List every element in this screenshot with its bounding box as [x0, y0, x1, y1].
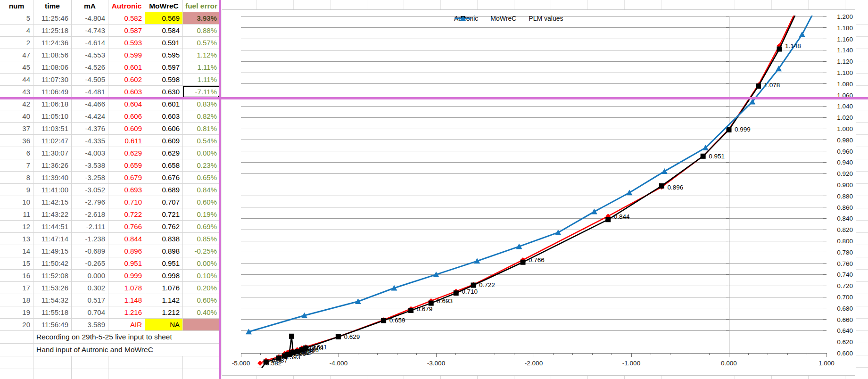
- table-cell-autronic[interactable]: 0.606: [108, 110, 145, 123]
- table-cell-mowrec[interactable]: 0.951: [145, 257, 183, 270]
- empty-cell[interactable]: [145, 356, 183, 369]
- table-cell-autronic[interactable]: 0.766: [108, 221, 145, 233]
- table-cell-time[interactable]: 11:42:15: [33, 196, 72, 208]
- table-cell-autronic[interactable]: 0.710: [108, 196, 145, 208]
- table-cell-ma[interactable]: -4.466: [72, 98, 108, 110]
- table-cell-time[interactable]: 11:02:47: [33, 135, 72, 147]
- table-cell-autronic[interactable]: 0.896: [108, 245, 145, 257]
- table-cell-fuel[interactable]: 0.85%: [183, 233, 220, 245]
- table-cell-mowrec[interactable]: 0.998: [145, 270, 183, 282]
- empty-cell[interactable]: [108, 356, 145, 369]
- table-cell-autronic[interactable]: 0.587: [108, 25, 145, 37]
- table-cell-ma[interactable]: 0.704: [72, 306, 108, 319]
- table-cell-fuel[interactable]: [183, 319, 220, 331]
- table-cell-fuel[interactable]: 0.57%: [183, 37, 220, 49]
- table-cell-autronic[interactable]: 0.593: [108, 37, 145, 49]
- table-cell-ma[interactable]: -4.804: [72, 12, 108, 25]
- table-cell-mowrec[interactable]: 0.595: [145, 49, 183, 61]
- table-cell-time[interactable]: 11:25:18: [33, 25, 72, 37]
- table-cell-mowrec[interactable]: 0.603: [145, 110, 183, 123]
- table-cell-time[interactable]: 11:06:49: [33, 86, 72, 98]
- table-cell-time[interactable]: 11:44:51: [33, 221, 72, 233]
- table-cell-ma[interactable]: 0.517: [72, 294, 108, 306]
- table-cell-num[interactable]: 37: [0, 123, 33, 135]
- table-cell-fuel[interactable]: 0.60%: [183, 294, 220, 306]
- table-cell-mowrec[interactable]: 0.629: [145, 147, 183, 159]
- table-cell-autronic[interactable]: 1.148: [108, 294, 145, 306]
- empty-cell[interactable]: [183, 369, 220, 379]
- table-cell-mowrec[interactable]: 0.838: [145, 233, 183, 245]
- legend-item-plm-values[interactable]: PLM values: [529, 15, 563, 22]
- empty-cell[interactable]: [108, 369, 145, 379]
- table-cell-num[interactable]: 43: [0, 86, 33, 98]
- table-cell-time[interactable]: 11:52:08: [33, 270, 72, 282]
- table-cell-ma[interactable]: 0.302: [72, 282, 108, 294]
- table-cell-ma[interactable]: -4.335: [72, 135, 108, 147]
- table-cell-autronic[interactable]: 0.999: [108, 270, 145, 282]
- table-cell-ma[interactable]: -4.003: [72, 147, 108, 159]
- table-cell-time[interactable]: 11:49:15: [33, 245, 72, 257]
- empty-cell[interactable]: [0, 356, 33, 369]
- table-cell-num[interactable]: 44: [0, 74, 33, 86]
- table-cell-autronic[interactable]: 0.611: [108, 135, 145, 147]
- table-cell-time[interactable]: 11:43:22: [33, 208, 72, 221]
- table-cell-autronic[interactable]: 0.599: [108, 49, 145, 61]
- data-table[interactable]: numtimemAAutronicMoWreCfuel error511:25:…: [0, 0, 220, 379]
- table-cell-time[interactable]: 11:24:36: [33, 37, 72, 49]
- empty-cell[interactable]: [183, 356, 220, 369]
- table-cell-ma[interactable]: -2.111: [72, 221, 108, 233]
- table-cell-fuel[interactable]: 0.88%: [183, 25, 220, 37]
- table-cell-num[interactable]: 12: [0, 221, 33, 233]
- table-cell-time[interactable]: 11:55:18: [33, 306, 72, 319]
- table-cell-time[interactable]: 11:56:49: [33, 319, 72, 331]
- table-cell-ma[interactable]: -4.743: [72, 25, 108, 37]
- table-cell-num[interactable]: 17: [0, 282, 33, 294]
- table-cell-autronic[interactable]: 0.659: [108, 159, 145, 172]
- table-cell-time[interactable]: 11:54:32: [33, 294, 72, 306]
- table-cell-mowrec[interactable]: 0.584: [145, 25, 183, 37]
- table-cell-mowrec[interactable]: 1.212: [145, 306, 183, 319]
- table-cell-time[interactable]: 11:03:51: [33, 123, 72, 135]
- table-cell-num[interactable]: 42: [0, 98, 33, 110]
- empty-cell[interactable]: [72, 356, 108, 369]
- table-cell-time[interactable]: 11:39:40: [33, 172, 72, 184]
- table-cell-fuel[interactable]: 0.23%: [183, 159, 220, 172]
- column-header-ma[interactable]: mA: [72, 0, 108, 12]
- table-cell-time[interactable]: 11:47:14: [33, 233, 72, 245]
- table-cell-autronic[interactable]: 1.216: [108, 306, 145, 319]
- table-cell-ma[interactable]: -4.481: [72, 86, 108, 98]
- table-cell-ma[interactable]: -4.505: [72, 74, 108, 86]
- table-cell-autronic[interactable]: 0.582: [108, 12, 145, 25]
- table-cell-num[interactable]: 15: [0, 257, 33, 270]
- table-cell-autronic[interactable]: 0.693: [108, 184, 145, 196]
- table-cell-fuel[interactable]: 0.82%: [183, 110, 220, 123]
- table-cell-mowrec[interactable]: 0.707: [145, 196, 183, 208]
- table-cell-num[interactable]: 19: [0, 306, 33, 319]
- table-cell-ma[interactable]: -4.526: [72, 61, 108, 74]
- table-cell-fuel[interactable]: 0.20%: [183, 282, 220, 294]
- table-cell-mowrec[interactable]: 0.609: [145, 135, 183, 147]
- table-cell-num[interactable]: 10: [0, 196, 33, 208]
- table-cell-mowrec[interactable]: 1.142: [145, 294, 183, 306]
- table-cell-time[interactable]: 11:08:06: [33, 61, 72, 74]
- table-cell-fuel[interactable]: 0.65%: [183, 172, 220, 184]
- table-cell-mowrec[interactable]: 0.630: [145, 86, 183, 98]
- table-cell-fuel[interactable]: 1.11%: [183, 61, 220, 74]
- table-cell-mowrec[interactable]: 0.721: [145, 208, 183, 221]
- column-header-num[interactable]: num: [0, 0, 33, 12]
- table-cell-mowrec[interactable]: 0.676: [145, 172, 183, 184]
- fuel-chart[interactable]: 1.2001.1801.1601.1401.1201.1001.0801.060…: [222, 9, 855, 376]
- table-cell-num[interactable]: 45: [0, 61, 33, 74]
- table-cell-mowrec[interactable]: 0.606: [145, 123, 183, 135]
- table-cell-fuel[interactable]: 0.10%: [183, 270, 220, 282]
- table-cell-fuel[interactable]: 0.00%: [183, 257, 220, 270]
- table-cell-ma[interactable]: -1.238: [72, 233, 108, 245]
- empty-cell[interactable]: [72, 369, 108, 379]
- chart-legend[interactable]: AutronicMoWreCPLM values: [454, 15, 563, 22]
- table-cell-num[interactable]: 16: [0, 270, 33, 282]
- table-cell-fuel[interactable]: 0.84%: [183, 184, 220, 196]
- table-cell-ma[interactable]: -2.618: [72, 208, 108, 221]
- table-cell-mowrec[interactable]: 1.076: [145, 282, 183, 294]
- table-cell-num[interactable]: 11: [0, 208, 33, 221]
- empty-cell[interactable]: [0, 331, 33, 344]
